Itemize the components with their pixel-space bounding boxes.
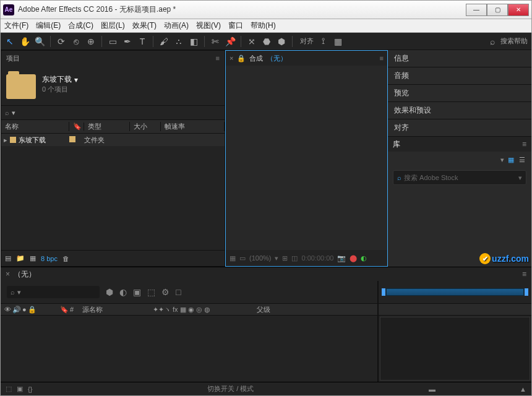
col-source[interactable]: 源名称: [79, 305, 153, 314]
sb-icon-2[interactable]: ▣: [17, 385, 23, 393]
panel-menu-icon[interactable]: ≡: [522, 140, 526, 148]
grid-display-icon[interactable]: ▦: [230, 254, 236, 262]
view-axis-icon[interactable]: ⬢: [276, 36, 287, 47]
panel-menu-icon[interactable]: ≡: [522, 270, 526, 278]
menu-help[interactable]: 帮助(H): [251, 20, 276, 31]
col-fps[interactable]: 帧速率: [161, 122, 225, 131]
puppet-tool-icon[interactable]: 📌: [225, 36, 236, 47]
list-view-icon[interactable]: ☰: [519, 156, 526, 163]
library-tab-label[interactable]: 库: [393, 139, 400, 150]
menu-file[interactable]: 文件(F): [4, 20, 28, 31]
col-parent[interactable]: 父级: [252, 305, 377, 314]
av-eye-icon[interactable]: 👁: [4, 306, 11, 313]
interpret-icon[interactable]: ▤: [5, 254, 11, 262]
green-channel-icon[interactable]: ◐: [361, 254, 367, 262]
mode-toggle[interactable]: 切换开关 / 模式: [37, 384, 424, 394]
col-tag[interactable]: 🔖: [69, 123, 84, 131]
hand-tool-icon[interactable]: ✋: [19, 36, 30, 47]
ruler-end-handle[interactable]: [524, 288, 529, 296]
stock-search[interactable]: ⌕ 搜索 Adobe Stock ▾: [393, 170, 526, 185]
trash-icon[interactable]: 🗑: [62, 255, 69, 262]
stamp-tool-icon[interactable]: ⛬: [173, 36, 184, 47]
ruler-start-handle[interactable]: [381, 288, 386, 296]
snapshot-icon[interactable]: 📷: [337, 254, 346, 262]
menu-effect[interactable]: 效果(T): [132, 20, 157, 31]
tl-icon-3[interactable]: ▣: [133, 287, 141, 297]
chevron-down-icon[interactable]: ▾: [275, 254, 278, 262]
av-solo-icon[interactable]: ●: [22, 306, 27, 313]
sb-zoom-in-icon[interactable]: ▲: [520, 385, 526, 393]
preview-panel-tab[interactable]: 预览: [388, 85, 531, 102]
lock-icon[interactable]: 🔒: [237, 54, 246, 62]
menu-edit[interactable]: 编辑(E): [36, 20, 61, 31]
close-tab-icon[interactable]: ×: [230, 54, 233, 62]
bpc-button[interactable]: 8 bpc: [41, 255, 58, 262]
resolution-icon[interactable]: ⊞: [282, 254, 288, 262]
effects-panel-tab[interactable]: 效果和预设: [388, 102, 531, 119]
tl-icon-5[interactable]: ⚙: [161, 287, 169, 297]
project-tab[interactable]: 项目 ≡: [1, 51, 225, 66]
timeline-search[interactable]: ⌕ ▾: [7, 286, 100, 298]
tl-icon-4[interactable]: ⬚: [147, 287, 155, 297]
align-panel-tab[interactable]: 对齐: [388, 119, 531, 137]
text-tool-icon[interactable]: T: [137, 36, 148, 47]
timecode[interactable]: 0:00:00:00: [301, 254, 333, 262]
selection-tool-icon[interactable]: ↖: [4, 36, 15, 47]
sb-icon-3[interactable]: {}: [28, 385, 32, 393]
new-folder-icon[interactable]: 📁: [16, 254, 25, 262]
av-speaker-icon[interactable]: 🔊: [12, 306, 21, 314]
chevron-down-icon[interactable]: ▾: [17, 288, 21, 296]
menu-view[interactable]: 视图(V): [196, 20, 221, 31]
lib-dropdown-icon[interactable]: ▾: [500, 156, 504, 164]
pen-tool-icon[interactable]: ✒: [122, 36, 133, 47]
snap-icon[interactable]: ⟟: [317, 36, 328, 47]
project-search[interactable]: ⌕ ▾: [1, 105, 225, 120]
maximize-button[interactable]: ▢: [487, 4, 508, 16]
menu-layer[interactable]: 图层(L): [101, 20, 125, 31]
anchor-tool-icon[interactable]: ⊕: [85, 36, 97, 47]
channel-icon[interactable]: ▭: [239, 254, 246, 262]
col-name[interactable]: 名称: [1, 122, 69, 131]
roi-icon[interactable]: ◫: [291, 254, 298, 262]
brush-tool-icon[interactable]: 🖌: [158, 36, 169, 47]
tag-chip-icon[interactable]: [69, 136, 75, 142]
tl-icon-6[interactable]: □: [176, 287, 181, 297]
chevron-down-icon[interactable]: ▾: [518, 174, 522, 182]
timeline-canvas[interactable]: [380, 317, 530, 381]
zoom-tool-icon[interactable]: 🔍: [34, 36, 45, 47]
time-ruler[interactable]: [386, 288, 524, 296]
close-button[interactable]: ✕: [508, 4, 529, 16]
minimize-button[interactable]: —: [466, 4, 487, 16]
new-comp-icon[interactable]: ▦: [30, 254, 36, 262]
menu-comp[interactable]: 合成(C): [68, 20, 93, 31]
av-lock-icon[interactable]: 🔒: [28, 306, 36, 314]
panel-menu-icon[interactable]: ≡: [380, 54, 384, 62]
world-axis-icon[interactable]: ⬣: [261, 36, 272, 47]
info-panel-tab[interactable]: 信息: [388, 50, 531, 67]
project-row[interactable]: ▸ 东坡下载 文件夹: [1, 134, 225, 146]
search-help-label[interactable]: 搜索帮助: [500, 37, 528, 46]
zoom-level[interactable]: (100%): [249, 254, 271, 262]
chevron-down-icon[interactable]: ▾: [12, 109, 15, 117]
panel-menu-icon[interactable]: ≡: [216, 54, 220, 62]
eraser-tool-icon[interactable]: ◧: [188, 36, 199, 47]
tl-icon-1[interactable]: ⬢: [106, 287, 113, 297]
col-size[interactable]: 大小: [130, 122, 161, 131]
timeline-rows[interactable]: [1, 316, 377, 382]
chevron-down-icon[interactable]: ▾: [74, 75, 78, 84]
snap2-icon[interactable]: ▦: [332, 36, 343, 47]
axis-tool-icon[interactable]: ⤧: [246, 36, 257, 47]
col-type[interactable]: 类型: [84, 122, 130, 131]
audio-panel-tab[interactable]: 音频: [388, 67, 531, 85]
sb-icon-1[interactable]: ⬚: [6, 385, 12, 393]
grid-view-icon[interactable]: ▦: [508, 156, 515, 163]
expand-arrow-icon[interactable]: ▸: [1, 136, 10, 144]
camera-tool-icon[interactable]: ⎋: [71, 36, 82, 47]
close-tab-icon[interactable]: ×: [6, 270, 10, 278]
roto-tool-icon[interactable]: ✄: [210, 36, 221, 47]
menu-window[interactable]: 窗口: [228, 20, 243, 31]
tag-icon[interactable]: 🔖: [60, 306, 69, 314]
menu-animation[interactable]: 动画(A): [164, 20, 189, 31]
comp-viewer[interactable]: [226, 66, 387, 250]
rotation-tool-icon[interactable]: ⟳: [56, 36, 67, 47]
